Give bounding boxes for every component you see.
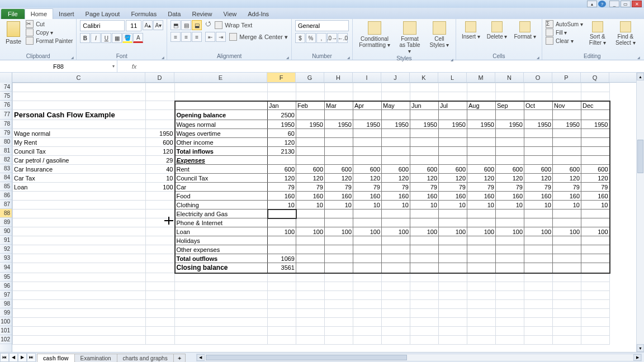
- cell-I97[interactable]: [353, 291, 382, 300]
- cell-G100[interactable]: [296, 318, 325, 327]
- cell-K86[interactable]: 160: [410, 192, 439, 201]
- cell-I92[interactable]: [353, 245, 382, 254]
- cell-M98[interactable]: [467, 300, 496, 309]
- grid[interactable]: JanFebMarAprMayJunJulAugSepOctNovDecPers…: [12, 83, 636, 352]
- cell-E78[interactable]: Wages normal: [175, 120, 268, 129]
- cell-K93[interactable]: [410, 254, 439, 263]
- col-header-N[interactable]: N: [495, 73, 524, 82]
- cell-P89[interactable]: [553, 218, 581, 227]
- row-header-89[interactable]: 89: [0, 218, 12, 227]
- cell-E81[interactable]: Total inflows: [175, 147, 268, 156]
- cell-L93[interactable]: [439, 254, 467, 263]
- cell-O101[interactable]: [524, 327, 553, 336]
- cell-G84[interactable]: 120: [296, 174, 325, 183]
- cell-J89[interactable]: [382, 218, 410, 227]
- cell-M91[interactable]: [467, 236, 496, 245]
- cell-P84[interactable]: 120: [553, 174, 581, 183]
- cell-I80[interactable]: [353, 138, 382, 147]
- cell-J97[interactable]: [382, 291, 410, 300]
- col-header-D[interactable]: D: [145, 73, 174, 82]
- cell-C99[interactable]: [13, 309, 146, 318]
- cell-G87[interactable]: 10: [296, 201, 325, 209]
- row-header-92[interactable]: 92: [0, 245, 12, 254]
- autosum-button[interactable]: ΣAutoSum ▾: [546, 20, 583, 28]
- cell-O100[interactable]: [524, 318, 553, 327]
- cell-P77[interactable]: [553, 110, 581, 120]
- cell-M90[interactable]: 100: [467, 227, 496, 236]
- col-header-Q[interactable]: Q: [581, 73, 609, 82]
- cell-K99[interactable]: [410, 309, 439, 318]
- cell-J94[interactable]: [382, 263, 410, 273]
- row-header-75[interactable]: 75: [0, 92, 12, 101]
- cell-H81[interactable]: [325, 147, 353, 156]
- cell-K102[interactable]: [410, 336, 439, 345]
- tab-page-layout[interactable]: Page Layout: [80, 9, 126, 19]
- cell-I85[interactable]: 79: [353, 183, 382, 192]
- cell-Q75[interactable]: [581, 92, 610, 101]
- cell-G77[interactable]: [296, 110, 325, 120]
- cell-M89[interactable]: [467, 218, 496, 227]
- cell-G76[interactable]: Feb: [296, 101, 325, 110]
- cell-E101[interactable]: [175, 327, 268, 336]
- cell-Q94[interactable]: [581, 263, 610, 273]
- cell-F102[interactable]: [268, 336, 296, 345]
- cell-I89[interactable]: [353, 218, 382, 227]
- cell-I100[interactable]: [353, 318, 382, 327]
- cell-G93[interactable]: [296, 254, 325, 263]
- cell-E77[interactable]: Opening balance: [175, 110, 268, 120]
- cell-G79[interactable]: [296, 129, 325, 138]
- cell-H76[interactable]: Mar: [325, 101, 353, 110]
- row-header-95[interactable]: 95: [0, 273, 12, 282]
- cell-C75[interactable]: [13, 92, 146, 101]
- cell-H75[interactable]: [325, 92, 353, 101]
- cell-H82[interactable]: [325, 156, 353, 165]
- cell-O99[interactable]: [524, 309, 553, 318]
- row-header-81[interactable]: 81: [0, 146, 12, 155]
- row-header-101[interactable]: 101: [0, 326, 12, 335]
- cell-D93[interactable]: [146, 254, 175, 263]
- cell-Q91[interactable]: [581, 236, 610, 245]
- conditional-formatting-button[interactable]: Conditional Formatting ▾: [356, 20, 393, 49]
- underline-button[interactable]: U: [101, 33, 111, 43]
- cell-C93[interactable]: [13, 254, 146, 263]
- cell-N88[interactable]: [496, 209, 524, 218]
- cell-I93[interactable]: [353, 254, 382, 263]
- cell-M78[interactable]: 1950: [467, 120, 496, 129]
- cell-P90[interactable]: 100: [553, 227, 581, 236]
- fill-button[interactable]: Fill ▾: [546, 28, 583, 36]
- cell-C98[interactable]: [13, 300, 146, 309]
- cell-K80[interactable]: [410, 138, 439, 147]
- cell-C101[interactable]: [13, 327, 146, 336]
- ribbon-up-icon[interactable]: ▴: [587, 1, 597, 7]
- cell-M81[interactable]: [467, 147, 496, 156]
- format-cells-button[interactable]: Format ▾: [512, 20, 538, 41]
- cell-N77[interactable]: [496, 110, 524, 120]
- cell-M96[interactable]: [467, 282, 496, 291]
- cell-E88[interactable]: Electricity and Gas: [175, 209, 268, 218]
- tab-view[interactable]: View: [218, 9, 243, 19]
- cell-N87[interactable]: 10: [496, 201, 524, 209]
- help-icon[interactable]: ?: [598, 1, 606, 7]
- col-header-G[interactable]: G: [296, 73, 324, 82]
- row-header-97[interactable]: 97: [0, 290, 12, 299]
- cell-M101[interactable]: [467, 327, 496, 336]
- cell-D98[interactable]: [146, 300, 175, 309]
- cell-G92[interactable]: [296, 245, 325, 254]
- row-header-98[interactable]: 98: [0, 299, 12, 308]
- cell-Q80[interactable]: [581, 138, 610, 147]
- cell-Q102[interactable]: [581, 336, 610, 345]
- scroll-down-button[interactable]: ▼: [637, 344, 644, 352]
- cell-F93[interactable]: 1069: [268, 254, 296, 263]
- cell-O87[interactable]: 10: [524, 201, 553, 209]
- cell-N75[interactable]: [496, 92, 524, 101]
- cell-F89[interactable]: [268, 218, 296, 227]
- cell-C87[interactable]: [13, 201, 146, 209]
- cell-Q98[interactable]: [581, 300, 610, 309]
- cell-J95[interactable]: [382, 273, 410, 282]
- tab-formulas[interactable]: Formulas: [125, 9, 162, 19]
- row-header-74[interactable]: 74: [0, 83, 12, 92]
- cell-F99[interactable]: [268, 309, 296, 318]
- cell-H90[interactable]: 100: [325, 227, 353, 236]
- cell-H95[interactable]: [325, 273, 353, 282]
- cell-L95[interactable]: [439, 273, 467, 282]
